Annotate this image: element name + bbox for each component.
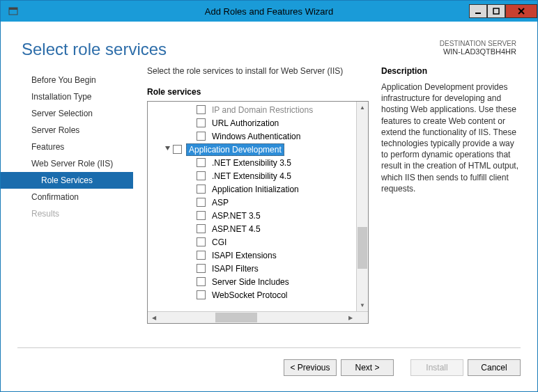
nav-item-server-selection[interactable]: Server Selection [1, 105, 133, 122]
cancel-button[interactable]: Cancel [468, 359, 521, 376]
checkbox[interactable] [197, 290, 206, 299]
nav-item-server-roles[interactable]: Server Roles [1, 122, 133, 139]
tree-item[interactable]: .NET Extensibility 4.5 [148, 169, 368, 182]
nav-item-results: Results [1, 205, 133, 222]
destination-info: DESTINATION SERVER WIN-LAD3QTBH4HR [440, 40, 516, 56]
tree-item-label: CGI [210, 237, 229, 248]
checkbox[interactable] [197, 251, 206, 260]
header: Select role services DESTINATION SERVER … [1, 22, 537, 66]
nav-item-confirmation[interactable]: Confirmation [1, 189, 133, 205]
tree-item-label: Application Development [186, 143, 284, 156]
tree-item[interactable]: Application Initialization [148, 182, 368, 196]
tree-item[interactable]: Application Development [148, 143, 368, 156]
checkbox[interactable] [197, 171, 206, 180]
tree-item[interactable]: ASP.NET 3.5 [148, 209, 368, 222]
checkbox[interactable] [197, 132, 206, 141]
tree-item[interactable]: .NET Extensibility 3.5 [148, 156, 368, 169]
checkbox[interactable] [197, 198, 206, 207]
previous-button[interactable]: < Previous [284, 359, 337, 376]
tree-item[interactable]: Server Side Includes [148, 275, 368, 288]
nav-item-before-you-begin[interactable]: Before You Begin [1, 72, 133, 88]
tree-item-label: ISAPI Filters [210, 263, 261, 274]
scroll-left-icon[interactable]: ◀ [148, 312, 160, 323]
description-text: Application Development provides infrast… [381, 81, 521, 194]
tree-item-label: .NET Extensibility 4.5 [210, 171, 293, 182]
role-services-label: Role services [147, 87, 369, 97]
tree-item-label: ISAPI Extensions [210, 250, 279, 261]
tree-item[interactable]: Windows Authentication [148, 130, 368, 143]
install-button[interactable]: Install [410, 359, 463, 376]
checkbox[interactable] [197, 264, 206, 273]
tree-item-label: WebSocket Protocol [210, 290, 290, 301]
vertical-scrollbar[interactable]: ▲ ▼ [356, 102, 368, 311]
checkbox[interactable] [197, 237, 206, 246]
description-title: Description [381, 66, 521, 76]
tree-item-label: ASP.NET 4.5 [210, 224, 263, 235]
checkbox[interactable] [197, 224, 206, 233]
wizard-nav: Before You BeginInstallation TypeServer … [1, 66, 133, 343]
tree-item-label: ASP.NET 3.5 [210, 210, 263, 221]
checkbox[interactable] [197, 118, 206, 127]
tree-item[interactable]: IP and Domain Restrictions [148, 103, 368, 116]
scroll-right-icon[interactable]: ▶ [344, 312, 356, 323]
close-button[interactable] [505, 4, 537, 18]
window-title: Add Roles and Features Wizard [1, 6, 537, 17]
destination-server: WIN-LAD3QTBH4HR [440, 47, 516, 56]
scroll-thumb[interactable] [358, 227, 367, 269]
checkbox[interactable] [197, 105, 206, 114]
nav-item-installation-type[interactable]: Installation Type [1, 88, 133, 105]
nav-item-web-server-role-iis-[interactable]: Web Server Role (IIS) [1, 155, 133, 172]
destination-label: DESTINATION SERVER [440, 40, 516, 47]
nav-item-features[interactable]: Features [1, 139, 133, 155]
tree-item-label: Application Initialization [210, 184, 301, 195]
role-services-tree: IP and Domain RestrictionsURL Authorizat… [147, 101, 369, 324]
maximize-button[interactable] [487, 4, 505, 18]
titlebar: Add Roles and Features Wizard [1, 1, 537, 22]
minimize-button[interactable] [469, 4, 487, 18]
tree-item-label: ASP [210, 197, 231, 208]
tree-item-label: Server Side Includes [210, 276, 291, 288]
horizontal-scrollbar[interactable]: ◀ ▶ [148, 311, 368, 323]
description-panel: Description Application Development prov… [381, 66, 521, 343]
nav-item-role-services[interactable]: Role Services [1, 172, 133, 189]
scroll-up-icon[interactable]: ▲ [357, 102, 368, 113]
tree-item[interactable]: WebSocket Protocol [148, 288, 368, 301]
tree-item[interactable]: CGI [148, 235, 368, 249]
svg-rect-3 [493, 8, 499, 14]
tree-item[interactable]: ASP [148, 196, 368, 209]
next-button[interactable]: Next > [341, 359, 394, 376]
page-title: Select role services [22, 40, 167, 59]
tree-item[interactable]: URL Authorization [148, 116, 368, 130]
checkbox[interactable] [197, 158, 206, 167]
checkbox[interactable] [173, 145, 182, 154]
tree-item[interactable]: ASP.NET 4.5 [148, 222, 368, 235]
scroll-down-icon[interactable]: ▼ [357, 299, 368, 311]
tree-item-label: .NET Extensibility 3.5 [210, 157, 293, 168]
tree-item-label: Windows Authentication [210, 131, 302, 142]
expander-icon[interactable] [163, 146, 171, 153]
checkbox[interactable] [197, 211, 206, 220]
hscroll-thumb[interactable] [215, 313, 257, 322]
checkbox[interactable] [197, 185, 206, 194]
tree-item-label: IP and Domain Restrictions [210, 104, 315, 116]
tree-item[interactable]: ISAPI Extensions [148, 249, 368, 262]
tree-item-label: URL Authorization [210, 118, 281, 129]
footer: < Previous Next > Install Cancel [1, 348, 537, 387]
instruction-text: Select the role services to install for … [147, 66, 369, 76]
tree-item[interactable]: ISAPI Filters [148, 262, 368, 275]
checkbox[interactable] [197, 277, 206, 286]
